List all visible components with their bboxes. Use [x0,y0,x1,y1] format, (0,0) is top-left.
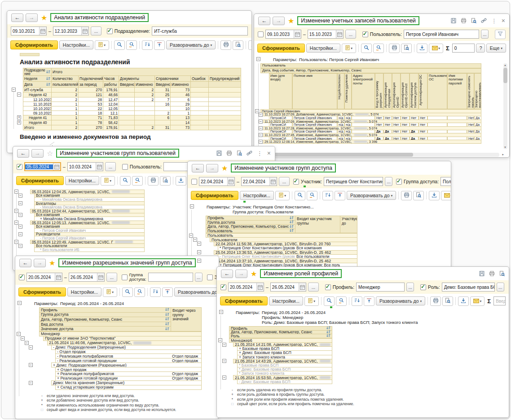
search-button[interactable] [122,287,133,297]
date-to-input[interactable]: 12.10.2023 [53,27,89,35]
cell[interactable]: 2 [135,97,155,102]
date-from-value[interactable]: 05.03.2024 [25,164,53,169]
period-options-button[interactable]: ... [106,273,117,282]
cell[interactable] [191,125,209,130]
settings-button[interactable]: Настройки... [65,176,99,185]
cell[interactable]: 29 [171,102,191,106]
forward-button[interactable]: → [235,270,247,278]
send-mail-button[interactable]: ▾ [470,296,485,306]
cell[interactable] [135,102,155,106]
cell[interactable] [119,88,135,93]
forward-button[interactable]: → [273,17,285,25]
search-next-button[interactable] [373,44,384,53]
date-to-input[interactable]: 15.10.2023 [308,30,344,39]
back-button[interactable]: ← [17,149,29,158]
cell[interactable]: 29.11.2023 12:06:14, Изменение, Админист… [263,140,481,144]
column-header[interactable]: Запрещено изменять пароль [467,73,474,109]
favorite-star-icon[interactable]: ☆ [47,149,53,158]
user-filter-field[interactable]: Петров Сергей Иванович [404,30,479,39]
settings-button[interactable]: Настройки... [306,44,340,53]
search-next-button[interactable] [132,176,143,186]
save-file-button[interactable] [417,44,427,53]
favorite-star-icon[interactable]: ★ [41,13,47,22]
back-button[interactable]: ← [221,270,233,278]
calendar-icon[interactable] [81,27,88,35]
scroll-up-icon[interactable]: ▲ [504,64,507,66]
cell[interactable]: 270 [79,125,103,130]
cell[interactable] [119,102,135,106]
column-header[interactable]: Недействителен [337,73,344,109]
date-from-input[interactable]: 20.05.2024 [26,273,62,282]
save-file-button[interactable] [458,296,469,306]
column-header[interactable]: Аутентификация токеном доступа [410,73,418,109]
generate-button[interactable]: Сформировать [18,287,66,296]
cell[interactable] [209,115,241,120]
cell[interactable]: Предупреждений [209,76,241,82]
cell[interactable]: ИТ-служба [23,88,52,93]
access-group-field[interactable] [148,273,193,282]
back-button[interactable]: ← [258,17,270,25]
expander-minus-icon[interactable]: − [197,250,201,254]
user-filter-checkbox[interactable] [122,164,128,170]
more-icon[interactable]: ⋮ [257,150,263,156]
expander-minus-icon[interactable]: − [21,336,25,340]
horizontal-scrollbar[interactable] [259,153,499,157]
cell[interactable] [191,82,209,88]
forward-button[interactable]: → [26,13,38,22]
search-button[interactable] [324,296,335,306]
settings-button[interactable]: Настройки... [67,287,101,296]
print-button[interactable] [401,191,412,200]
cell[interactable] [119,115,135,120]
date-to-value[interactable]: 26.05.2024 [271,285,299,290]
save-file-button[interactable] [429,191,440,200]
expander-minus-icon[interactable]: − [222,359,226,363]
cell[interactable] [191,97,209,102]
cell[interactable]: 2 [135,88,155,93]
member-select-button[interactable]: ... [385,177,392,186]
column-header[interactable]: Значение доступа [39,326,171,332]
cell[interactable]: 1 [171,111,191,115]
search-next-button[interactable] [307,191,317,200]
expander-plus-icon[interactable]: + [17,115,21,119]
cell[interactable]: Часов [103,76,119,82]
print-button[interactable] [389,44,400,53]
cell[interactable] [119,120,135,125]
search-next-button[interactable] [126,40,137,50]
date-from-value[interactable]: 09.10.2023 [266,32,294,37]
cell[interactable]: работы [103,82,119,88]
preview-button[interactable] [413,191,424,200]
date-from-value[interactable]: 09.10.2021 [11,29,39,34]
group-header[interactable]: Пользователь [260,63,481,68]
date-to-value[interactable]: 22.04.2024 [242,179,269,184]
collapse-groups-button[interactable] [352,296,362,306]
more-icon[interactable]: ⋮ [491,18,497,24]
cell[interactable]: 1 [52,111,79,115]
report-variants-button[interactable]: ▾ [342,44,356,53]
calendar-icon[interactable] [299,283,306,291]
cell[interactable]: пользователей [52,82,79,88]
collapse-all-icon[interactable]: − [219,310,223,314]
cell[interactable]: 28 [79,97,103,102]
calendar-icon[interactable] [336,30,343,38]
cell[interactable] [191,93,209,97]
cell[interactable]: 22 [79,106,103,111]
search-button[interactable] [295,191,305,200]
search-button[interactable] [361,44,372,53]
calendar-icon[interactable] [39,27,46,35]
period-options-button[interactable]: ... [279,177,290,186]
cell[interactable]: Неделя 40 [23,120,52,125]
cell[interactable]: 121 [79,93,103,97]
report-variants-button[interactable]: ▾ [304,296,319,306]
cell[interactable]: Итого [52,68,241,76]
cell[interactable]: 13 [171,115,191,120]
profile-field[interactable]: Менеджер [356,283,405,292]
cell[interactable]: * Без пользователя ИБ [34,248,145,252]
cell[interactable] [191,120,209,125]
cell[interactable] [119,93,135,97]
calendar-icon[interactable] [227,177,234,186]
print-icon[interactable] [461,18,467,23]
date-to-value[interactable]: 15.10.2023 [308,32,336,37]
link-icon[interactable] [481,18,487,23]
calendar-icon[interactable] [53,163,60,170]
help-button[interactable]: ? [476,44,485,53]
